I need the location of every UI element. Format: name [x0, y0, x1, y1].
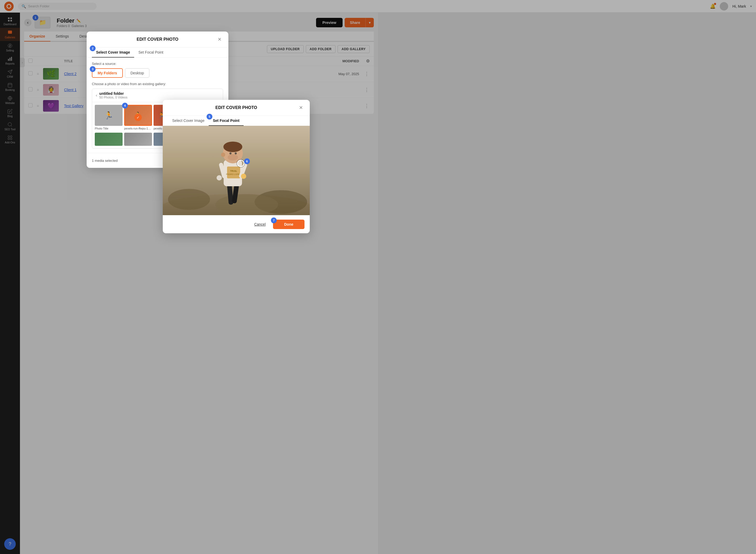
- svg-text:PEDRO LOPES: PEDRO LOPES: [226, 173, 241, 175]
- gallery-nav-back[interactable]: ‹: [96, 93, 97, 98]
- focal-image-container[interactable]: TRAIL PEDRO LOPES: [163, 126, 310, 215]
- my-folders-button[interactable]: My Folders: [92, 68, 123, 78]
- svg-point-34: [235, 152, 237, 155]
- step-6-badge: 6: [244, 158, 250, 164]
- step-3-badge: 3: [90, 66, 96, 72]
- photo-item-2[interactable]: 4 🏃 ✓ pexels-run-ffwpu-1159...: [124, 105, 152, 130]
- photo-item-1[interactable]: 🏃 Photo Title: [95, 105, 123, 130]
- modal1-header: EDIT COVER PHOTO ✕: [86, 32, 229, 48]
- step-2-badge: 2: [90, 46, 96, 51]
- desktop-button[interactable]: Desktop: [125, 68, 149, 78]
- modal1-tab-focal[interactable]: Set Focal Point: [134, 48, 168, 58]
- gallery-folder-meta: 50 Photos, 0 Videos: [99, 96, 127, 99]
- focal-point-handle[interactable]: 6: [237, 160, 244, 167]
- svg-point-33: [230, 152, 232, 155]
- modal2-footer: Cancel 7 Done: [163, 215, 310, 233]
- step-7-badge: 7: [271, 218, 277, 223]
- step-4-badge: 4: [122, 103, 128, 109]
- gallery-label: Choose a photo or video from an existing…: [92, 82, 223, 86]
- photo-selected-check: ✓: [134, 114, 142, 121]
- svg-rect-24: [227, 167, 240, 178]
- source-buttons: 3 My Folders Desktop: [92, 68, 223, 78]
- modal1-close-button[interactable]: ✕: [216, 36, 223, 43]
- svg-point-35: [228, 154, 238, 161]
- svg-point-36: [221, 153, 225, 157]
- modal2-tabs: Select Cover Image 5 Set Focal Point: [163, 116, 310, 126]
- modal2-cancel-button[interactable]: Cancel: [250, 220, 270, 228]
- svg-text:TRAIL: TRAIL: [230, 170, 237, 172]
- svg-point-30: [241, 174, 246, 179]
- photo-thumb-1: 🏃: [95, 105, 123, 126]
- modal2-tab-select[interactable]: Select Cover Image: [168, 116, 209, 126]
- gallery-folder-name: untitled folder: [99, 92, 127, 96]
- modal1-tab-select[interactable]: 2 Select Cover Image: [92, 48, 134, 58]
- runner-image-svg: TRAIL PEDRO LOPES: [163, 126, 310, 215]
- gallery-folder-info: untitled folder 50 Photos, 0 Videos: [99, 92, 127, 99]
- step-5-badge: 5: [206, 114, 212, 119]
- modal2-tab-focal-wrap: 5 Set Focal Point: [209, 116, 244, 125]
- modal2-edit-cover-focal: EDIT COVER PHOTO ✕ Select Cover Image 5 …: [163, 100, 310, 233]
- photo-thumb-5: [124, 133, 152, 146]
- photo-thumb-4: [95, 133, 123, 146]
- photo-label-2: pexels-run-ffwpu-1159...: [124, 127, 152, 130]
- svg-point-20: [215, 194, 278, 215]
- modal2-body: TRAIL PEDRO LOPES: [163, 126, 310, 215]
- modal2-done-button[interactable]: Done: [273, 220, 305, 229]
- footer-selected-count: 1 media selected: [92, 159, 118, 163]
- modal1-tabs: 2 Select Cover Image Set Focal Point: [86, 48, 229, 58]
- photo-item-4[interactable]: [95, 133, 123, 146]
- modal1-tab-select-wrap: 2 Select Cover Image: [92, 48, 134, 57]
- svg-point-32: [224, 142, 242, 152]
- svg-point-29: [216, 175, 222, 180]
- modal2-tab-focal[interactable]: 5 Set Focal Point: [209, 116, 244, 126]
- source-label: Select a source:: [92, 62, 223, 66]
- modal2-title: EDIT COVER PHOTO: [175, 105, 297, 110]
- modal1-title: EDIT COVER PHOTO: [99, 37, 216, 42]
- svg-point-18: [168, 189, 210, 210]
- done-btn-wrap: 7 Done: [273, 220, 305, 229]
- photo-thumb-2: 🏃 ✓: [124, 105, 152, 126]
- my-folders-btn-wrap: 3 My Folders: [92, 68, 123, 78]
- photo-label-1: Photo Title: [95, 127, 123, 130]
- modal2-close-button[interactable]: ✕: [297, 104, 305, 111]
- modal2-header: EDIT COVER PHOTO ✕: [163, 100, 310, 116]
- photo-item-5[interactable]: [124, 133, 152, 146]
